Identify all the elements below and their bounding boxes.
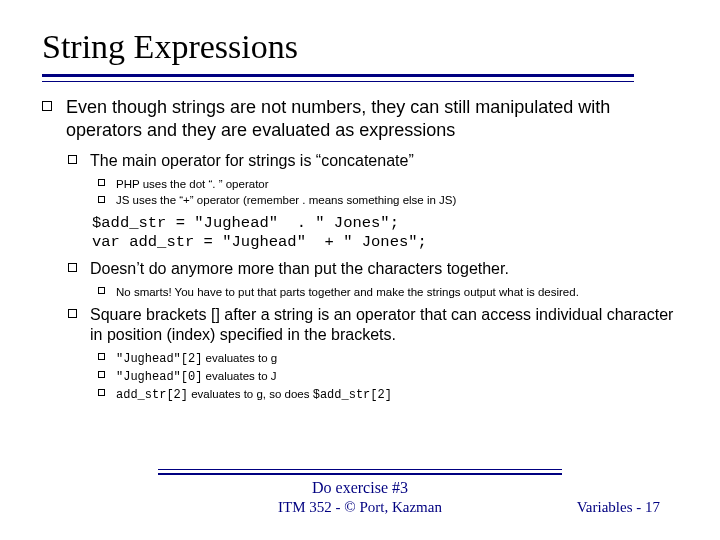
bullet-level3: PHP uses the dot “. ” operator	[98, 177, 686, 191]
bullet-text: Even though strings are not numbers, the…	[66, 97, 610, 140]
square-bullet-icon	[68, 155, 77, 164]
content: Even though strings are not numbers, the…	[42, 82, 686, 403]
footer-copyright: ITM 352 - © Port, Kazman	[278, 499, 442, 516]
footer-line: ITM 352 - © Port, Kazman Variables - 17	[0, 499, 720, 516]
square-bullet-icon	[68, 309, 77, 318]
bullet-level3: No smarts! You have to put that parts to…	[98, 285, 686, 299]
footer-exercise: Do exercise #3	[0, 479, 720, 497]
bullet-text: PHP uses the dot “. ” operator	[116, 178, 269, 190]
bullet-text: Doesn’t do anymore more than put the cha…	[90, 260, 509, 277]
title-rule-thick	[42, 74, 634, 77]
bullet-level2: Doesn’t do anymore more than put the cha…	[68, 259, 686, 279]
square-bullet-icon	[98, 389, 105, 396]
square-bullet-icon	[98, 179, 105, 186]
square-bullet-icon	[98, 196, 105, 203]
bullet-level3: JS uses the “+” operator (remember . mea…	[98, 193, 686, 207]
bullet-level1: Even though strings are not numbers, the…	[42, 96, 686, 141]
footer: Do exercise #3 ITM 352 - © Port, Kazman …	[0, 469, 720, 517]
square-bullet-icon	[68, 263, 77, 272]
bullet-level2: The main operator for strings is “concat…	[68, 151, 686, 171]
bullet-text: No smarts! You have to put that parts to…	[116, 286, 579, 298]
code-inline: $add_str[2]	[313, 388, 392, 402]
bullet-level3: "Jughead"[0] evaluates to J	[98, 369, 686, 385]
bullet-level3: add_str[2] evaluates to g, so does $add_…	[98, 387, 686, 403]
bullet-level2: Square brackets [] after a string is an …	[68, 305, 686, 345]
code-block: $add_str = "Jughead" . " Jones"; var add…	[92, 214, 686, 253]
slide: String Expressions Even though strings a…	[0, 0, 720, 540]
bullet-text: The main operator for strings is “concat…	[90, 152, 414, 169]
bullet-text: JS uses the “+” operator (remember . mea…	[116, 194, 456, 206]
footer-rule-thin	[158, 469, 561, 470]
bullet-tail: evaluates to g	[202, 352, 277, 364]
footer-page: Variables - 17	[577, 499, 660, 516]
slide-title: String Expressions	[42, 28, 686, 66]
bullet-tail: evaluates to g, so does	[188, 388, 313, 400]
square-bullet-icon	[42, 101, 52, 111]
code-inline: "Jughead"[0]	[116, 370, 202, 384]
code-inline: add_str[2]	[116, 388, 188, 402]
square-bullet-icon	[98, 371, 105, 378]
bullet-level3: "Jughead"[2] evaluates to g	[98, 351, 686, 367]
bullet-tail: evaluates to J	[202, 370, 276, 382]
square-bullet-icon	[98, 287, 105, 294]
square-bullet-icon	[98, 353, 105, 360]
footer-rule-thick	[158, 473, 561, 476]
bullet-text: Square brackets [] after a string is an …	[90, 306, 673, 343]
code-inline: "Jughead"[2]	[116, 352, 202, 366]
